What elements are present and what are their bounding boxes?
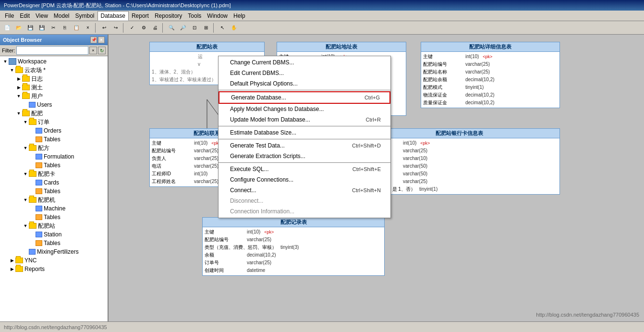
menu-file[interactable]: File	[2, 12, 17, 20]
tree-yunfarm[interactable]: ▼ 云农场 *	[0, 66, 108, 74]
menu-execute-sql[interactable]: Execute SQL... Ctrl+Shift+E	[219, 164, 390, 174]
workspace-icon	[9, 58, 16, 65]
toolbar-save2[interactable]: 💾	[36, 23, 47, 33]
toolbar-sep1	[95, 23, 97, 33]
tree-station[interactable]: Station	[0, 230, 108, 239]
menu-connection-info[interactable]: Connection Information...	[219, 206, 390, 217]
filter-bar: Filter: × ↻	[0, 45, 108, 56]
expand-orders-tables	[29, 136, 36, 143]
menu-configure-connections[interactable]: Configure Connections...	[219, 174, 390, 185]
menu-window[interactable]: Window	[204, 12, 231, 20]
soil-icon	[22, 85, 30, 90]
expand-yunfarm[interactable]: ▼	[9, 67, 15, 74]
toolbar-gen[interactable]: ⚙	[138, 23, 149, 33]
toolbar-fit2[interactable]: ⊞	[201, 23, 211, 33]
expand-workspace[interactable]: ▼	[2, 58, 9, 65]
expand-soil[interactable]: ▶	[15, 84, 22, 91]
tree-mixing[interactable]: MixingFertilizers	[0, 247, 108, 256]
toolbar-zoom-in[interactable]: 🔍	[166, 23, 177, 33]
filter-refresh-btn[interactable]: ↻	[98, 47, 106, 54]
tree-peifeika[interactable]: ▼ 配肥卡	[0, 170, 108, 178]
menu-default-physical[interactable]: Default Physical Options...	[219, 78, 390, 89]
tree-machine-label: Machine	[44, 205, 65, 212]
tree-soil[interactable]: ▶ 测土	[0, 83, 108, 92]
tree-log[interactable]: ▶ 日志	[0, 74, 108, 83]
menu-estimate-size[interactable]: Estimate Database Size...	[219, 127, 390, 138]
menu-edit-dbms[interactable]: Edit Current DBMS...	[219, 68, 390, 78]
tree-ync[interactable]: ▶ YNC	[0, 256, 108, 265]
tree-formulation[interactable]: Formulation	[0, 152, 108, 161]
tree-reports[interactable]: ▶ Reports	[0, 265, 108, 273]
tree-yunfarm-label: 云农场 *	[24, 66, 46, 74]
menu-symbol[interactable]: Symbol	[73, 12, 97, 20]
menu-disconnect[interactable]: Disconnect...	[219, 196, 390, 206]
tree-orders-tables[interactable]: Tables	[0, 135, 108, 144]
tree-user-label: 用户	[31, 92, 43, 100]
expand-reports[interactable]: ▶	[9, 266, 15, 272]
canvas-area[interactable]: 配肥站表 运 v 1、液体、2、混合）	[109, 35, 644, 321]
menu-view[interactable]: View	[33, 12, 51, 20]
toolbar-open[interactable]: 📂	[13, 23, 24, 33]
menu-extraction[interactable]: Generate Extraction Scripts...	[219, 151, 390, 161]
expand-ync[interactable]: ▶	[9, 257, 15, 264]
tree-orders-doc[interactable]: Orders	[0, 126, 108, 135]
tree-peifei[interactable]: ▼ 配肥	[0, 109, 108, 118]
tree-user[interactable]: ▼ 用户	[0, 92, 108, 100]
expand-peifei[interactable]: ▼	[15, 110, 22, 117]
tree-peifeizhan[interactable]: ▼ 配肥站	[0, 221, 108, 230]
toolbar-pointer[interactable]: ↖	[217, 23, 228, 33]
toolbar-redo[interactable]: ↪	[110, 23, 121, 33]
menu-change-dbms[interactable]: Change Current DBMS...	[219, 57, 390, 68]
toolbar-undo[interactable]: ↩	[99, 23, 109, 33]
toolbar-save[interactable]: 💾	[25, 23, 36, 33]
tree-machine[interactable]: Machine	[0, 204, 108, 213]
object-browser-panel: Object Browser 📌 × Filter: × ↻ ▼ Workspa…	[0, 35, 109, 321]
tree-peifang[interactable]: ▼ 配方	[0, 144, 108, 152]
menu-edit[interactable]: Edit	[17, 12, 33, 20]
tree-station-tables[interactable]: Tables	[0, 239, 108, 247]
toolbar-print[interactable]: 🖨	[150, 23, 160, 33]
expand-log[interactable]: ▶	[15, 75, 22, 82]
station-doc-icon	[36, 232, 42, 237]
menu-help[interactable]: Help	[231, 12, 248, 20]
filter-clear-btn[interactable]: ×	[89, 47, 97, 54]
menu-database[interactable]: Database	[97, 11, 129, 21]
toolbar-zoom-out[interactable]: 🔎	[178, 23, 188, 33]
panel-close-btn[interactable]: ×	[98, 37, 105, 43]
menu-connect[interactable]: Connect... Ctrl+Shift+N	[219, 185, 390, 196]
toolbar-paste[interactable]: 📋	[71, 23, 82, 33]
menu-update-model[interactable]: Update Model from Database... Ctrl+R	[219, 114, 390, 125]
tree-machine-tables[interactable]: Tables	[0, 213, 108, 221]
menu-apply-model[interactable]: Apply Model Changes to Database...	[219, 104, 390, 114]
panel-header: Object Browser 📌 ×	[0, 35, 108, 45]
tree-ync-label: YNC	[24, 257, 36, 264]
expand-user[interactable]: ▼	[15, 93, 22, 99]
menu-test-data[interactable]: Generate Test Data... Ctrl+Shift+D	[219, 140, 390, 151]
expand-peifeizhan[interactable]: ▼	[22, 222, 29, 229]
tree-formulation-tables[interactable]: Tables	[0, 161, 108, 170]
toolbar-check[interactable]: ✓	[127, 23, 137, 33]
toolbar-del[interactable]: ×	[83, 23, 93, 33]
filter-input[interactable]	[16, 46, 89, 55]
toolbar-fit[interactable]: ⊡	[189, 23, 200, 33]
expand-peifeika[interactable]: ▼	[22, 171, 29, 177]
menu-report[interactable]: Report	[129, 12, 152, 20]
tree-workspace[interactable]: ▼ Workspace	[0, 57, 108, 66]
menu-tools[interactable]: Tools	[185, 12, 204, 20]
toolbar-new[interactable]: 📄	[2, 23, 12, 33]
tree-cards-tables[interactable]: Tables	[0, 187, 108, 196]
toolbar-copy[interactable]: ⎘	[60, 23, 70, 33]
tree-users[interactable]: Users	[0, 100, 108, 109]
tree-peifeiji[interactable]: ▼ 配肥机	[0, 196, 108, 204]
toolbar-hand[interactable]: ✋	[229, 23, 239, 33]
menu-model[interactable]: Model	[51, 12, 73, 20]
tree-cards[interactable]: Cards	[0, 178, 108, 187]
menu-repository[interactable]: Repository	[152, 12, 185, 20]
tree-orders[interactable]: ▼ 订单	[0, 118, 108, 126]
panel-pin-btn[interactable]: 📌	[90, 37, 97, 43]
expand-peifang[interactable]: ▼	[22, 145, 29, 151]
expand-orders[interactable]: ▼	[22, 119, 29, 125]
expand-peifeiji[interactable]: ▼	[22, 197, 29, 203]
toolbar-cut[interactable]: ✂	[48, 23, 59, 33]
menu-generate-database[interactable]: Generate Database... Ctrl+G	[219, 91, 390, 104]
